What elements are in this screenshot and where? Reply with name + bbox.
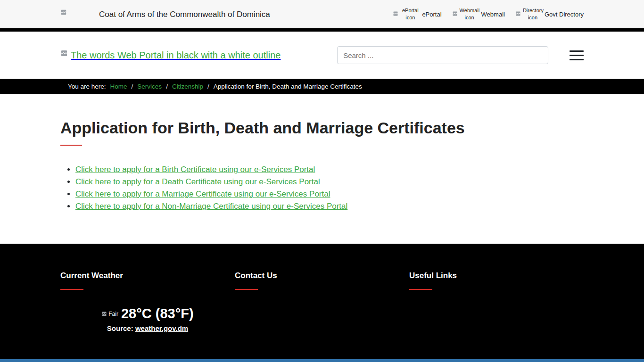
footer-accent-bar <box>409 289 432 290</box>
topbar-divider <box>0 28 644 32</box>
eportal-icon <box>393 10 398 18</box>
footer-column-links: Useful Links <box>409 271 584 332</box>
breadcrumb: You are here: Home / Services / Citizens… <box>60 83 584 90</box>
breadcrumb-bar: You are here: Home / Services / Citizens… <box>0 79 644 94</box>
non-marriage-certificate-link[interactable]: Click here to apply for a Non-Marriage C… <box>75 202 347 211</box>
title-accent-bar <box>60 145 82 146</box>
eportal-label: ePortal <box>422 11 441 18</box>
main-content: Application for Birth, Death and Marriag… <box>0 94 644 244</box>
footer-heading-useful-links: Useful Links <box>409 271 584 280</box>
page-title: Application for Birth, Death and Marriag… <box>60 119 584 137</box>
site-footer: Current Weather Fair 28°C (83°F) Source:… <box>0 244 644 359</box>
coat-of-arms-image: Coat of Arms of the Commonwealth of Domi… <box>60 9 270 19</box>
breadcrumb-link-citizenship[interactable]: Citizenship <box>172 83 203 90</box>
death-certificate-link[interactable]: Click here to apply for a Death Certific… <box>75 177 320 186</box>
govt-directory-label: Govt Directory <box>545 11 584 18</box>
footer-heading-weather: Current Weather <box>60 271 235 280</box>
footer-column-contact: Contact Us <box>235 271 409 332</box>
weather-widget: Fair 28°C (83°F) Source: weather.gov.dm <box>60 306 235 332</box>
birth-certificate-link[interactable]: Click here to apply for a Birth Certific… <box>75 165 315 174</box>
weather-source-label: Source: <box>107 324 133 332</box>
broken-image-icon <box>60 9 67 17</box>
certificate-links-list: Click here to apply for a Birth Certific… <box>60 164 584 213</box>
topbar: Coat of Arms of the Commonwealth of Domi… <box>0 0 644 28</box>
list-item: Click here to apply for a Birth Certific… <box>75 164 584 176</box>
logo-broken-image-icon <box>60 49 68 59</box>
webmail-label: Webmail <box>481 11 505 18</box>
hamburger-icon <box>570 50 584 52</box>
search-container <box>337 46 548 64</box>
footer-accent-bar <box>60 289 83 290</box>
footer-heading-contact: Contact Us <box>235 271 409 280</box>
breadcrumb-prefix: You are here: <box>68 83 106 90</box>
breadcrumb-link-services[interactable]: Services <box>137 83 162 90</box>
footer-accent-bar <box>235 289 258 290</box>
menu-toggle-button[interactable] <box>570 50 584 60</box>
topbar-links: ePortal icon ePortal Webmail icon Webmai… <box>393 7 584 21</box>
site-header: The words Web Portal in black with a whi… <box>0 32 644 79</box>
directory-icon-alt: Directory icon <box>523 7 543 21</box>
web-portal-logo[interactable]: The words Web Portal in black with a whi… <box>60 49 290 61</box>
govt-directory-link[interactable]: Directory icon Govt Directory <box>515 7 584 21</box>
logo-alt-text: The words Web Portal in black with a whi… <box>71 49 281 61</box>
weather-source: Source: weather.gov.dm <box>60 324 235 332</box>
eportal-icon-alt: ePortal icon <box>400 7 420 21</box>
coat-of-arms-alt-text: Coat of Arms of the Commonwealth of Domi… <box>99 9 270 19</box>
bottom-blue-bar <box>0 359 644 362</box>
marriage-certificate-link[interactable]: Click here to apply for a Marriage Certi… <box>75 189 330 198</box>
webmail-icon-alt: Webmail icon <box>460 7 479 21</box>
breadcrumb-separator: / <box>166 83 168 90</box>
search-input[interactable] <box>337 46 548 64</box>
eportal-link[interactable]: ePortal icon ePortal <box>393 7 441 21</box>
footer-column-weather: Current Weather Fair 28°C (83°F) Source:… <box>60 271 235 332</box>
weather-condition-alt: Fair <box>108 311 118 317</box>
weather-condition-image: Fair <box>101 311 118 317</box>
temperature-value: 28°C (83°F) <box>121 306 194 321</box>
directory-icon <box>515 10 521 18</box>
breadcrumb-current-page: Application for Birth, Death and Marriag… <box>214 83 362 90</box>
list-item: Click here to apply for a Death Certific… <box>75 176 584 188</box>
webmail-icon <box>452 10 458 18</box>
webmail-link[interactable]: Webmail icon Webmail <box>452 7 505 21</box>
breadcrumb-link-home[interactable]: Home <box>110 83 127 90</box>
breadcrumb-separator: / <box>207 83 209 90</box>
list-item: Click here to apply for a Non-Marriage C… <box>75 200 584 213</box>
list-item: Click here to apply for a Marriage Certi… <box>75 188 584 200</box>
breadcrumb-separator: / <box>132 83 133 90</box>
weather-source-link[interactable]: weather.gov.dm <box>135 324 188 332</box>
